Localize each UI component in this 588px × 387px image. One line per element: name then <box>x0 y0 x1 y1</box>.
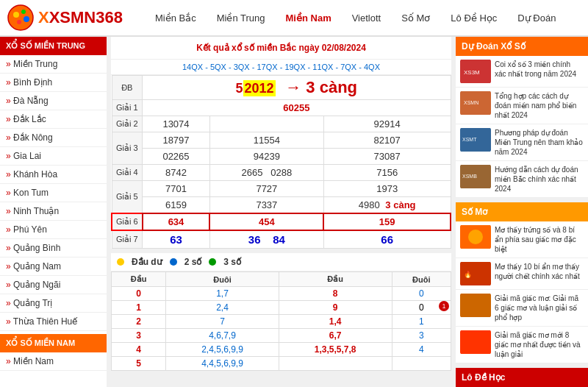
table-row-g3b: 02265 94239 73087 <box>112 149 451 165</box>
prize-g3-5: 94239 <box>209 149 323 165</box>
nav-mien-nam[interactable]: Miền Nam <box>276 7 342 29</box>
db-arrow: → 3 càng <box>285 78 357 96</box>
sidebar-item-kon-tum[interactable]: Kon Tum <box>0 184 107 202</box>
stats-row-5: 5 4,4,5,6,9,9 <box>112 357 451 371</box>
prize-g4-1: 8742 <box>143 165 210 181</box>
du-doan-item-2[interactable]: XSMT Phương pháp dự đoán Miền Trung nên … <box>456 124 588 161</box>
main-layout: XỔ SỐ MIỀN TRUNG Miền Trung Bình Định Đà… <box>0 37 588 387</box>
so-mo-item-0[interactable]: Mơ thấy trứng số và 8 bí ẩn phía sau giấ… <box>456 221 588 258</box>
sidebar-item-binh-dinh[interactable]: Bình Định <box>0 74 107 92</box>
prize-g2-2 <box>209 116 323 132</box>
prize-g5-6-cell: 4980 3 càng <box>323 197 451 214</box>
db-number: 52012 <box>236 80 276 96</box>
so-mo-img-1: 🔥 <box>460 262 491 285</box>
sidebar-item-thua-thien-hue[interactable]: Thừa Thiên Huế <box>0 313 107 331</box>
table-row-g4: Giải 4 8742 2665 0288 7156 <box>112 165 451 181</box>
left-sidebar: XỔ SỐ MIỀN TRUNG Miền Trung Bình Định Đà… <box>0 37 107 387</box>
stats-row-4: 4 2,4,5,6,9,9 1,3,5,5,7,8 4 <box>112 343 451 357</box>
so-mo-item-3[interactable]: Giải mã giấc mơ mới 8 giấc mơ nhất được … <box>456 327 588 363</box>
nav-mien-trung[interactable]: Miền Trung <box>207 7 276 29</box>
prize-g5-2: 7727 <box>209 181 323 197</box>
stats-duoi2-4: 4 <box>392 343 451 357</box>
svg-text:XSMN: XSMN <box>464 100 478 105</box>
sidebar-item-khanh-hoa[interactable]: Khánh Hòa <box>0 166 107 184</box>
prize-g6-1: 634 <box>143 213 210 230</box>
stats-row-2: 2 7 1,4 1 <box>112 315 451 329</box>
stats-row-0: 0 1,7 8 0 <box>112 287 451 301</box>
du-doan-item-3[interactable]: XSMB Hướng dẫn cách dự đoán miền Bắc chí… <box>456 161 588 198</box>
sidebar-item-gia-lai[interactable]: Gia Lai <box>0 147 107 166</box>
stats-dau-3: 3 <box>112 329 166 343</box>
prize-g3-6: 73087 <box>323 149 451 165</box>
prize-label-g7: Giải 7 <box>112 230 143 249</box>
sidebar-item-dak-nong[interactable]: Đắk Nông <box>0 129 107 147</box>
nav-du-doan[interactable]: Dự Đoán <box>507 7 566 29</box>
du-doan-item-1[interactable]: XSMN Tổng hợp các cách dự đoán miền nam … <box>456 88 588 124</box>
stats-area: Đầu dư 2 số 3 số Đầu Đuôi Đầu Đuôi <box>111 253 451 371</box>
nav-lo-de-hoc[interactable]: Lô Đề Học <box>440 7 507 29</box>
prize-g4-3: 7156 <box>323 165 451 181</box>
sidebar-mien-trung-title: XỔ SỐ MIỀN TRUNG <box>0 37 107 55</box>
table-row-db: ĐB 52012 → 3 càng <box>112 76 451 100</box>
du-doan-img-2: XSMT <box>460 128 491 152</box>
stats-duoi-3: 4,6,7,9 <box>166 329 279 343</box>
du-doan-item-0[interactable]: XS3M Coi xổ số 3 miền chính xác nhất tro… <box>456 56 588 88</box>
results-sub-header: 14QX - 5QX - 3QX - 17QX - 19QX - 11QX - … <box>111 60 451 75</box>
stats-dau2-5 <box>279 357 392 371</box>
prize-label-db: ĐB <box>112 76 143 100</box>
prize-g3-4: 02265 <box>143 149 210 165</box>
db-highlight: 2012 <box>243 80 276 96</box>
so-mo-text-0: Mơ thấy trứng số và 8 bí ẩn phía sau giấ… <box>495 225 584 254</box>
sidebar-item-quang-tri[interactable]: Quảng Trị <box>0 294 107 313</box>
du-doan-section: Dự Đoán Xổ Số XS3M Coi xổ số 3 miền chín… <box>456 37 588 198</box>
nav-so-mo[interactable]: Số Mơ <box>391 7 440 29</box>
nav-vietlott[interactable]: Vietlott <box>342 7 392 29</box>
prize-g7-2: 36 84 <box>209 230 323 249</box>
so-mo-item-1[interactable]: 🔥 Mơ thấy 10 bí ẩn mơ thấy người chết ch… <box>456 258 588 290</box>
sidebar-item-mien-trung[interactable]: Miền Trung <box>0 55 107 74</box>
sidebar-item-ninh-thuan[interactable]: Ninh Thuận <box>0 202 107 221</box>
table-row-g2: Giải 2 13074 92914 <box>112 116 451 132</box>
sidebar-mien-nam-title: XỔ SỐ MIỀN NAM <box>0 334 107 352</box>
dot-yellow <box>117 258 124 266</box>
stats-duoi-0: 1,7 <box>166 287 279 301</box>
sidebar-item-phu-yen[interactable]: Phú Yên <box>0 221 107 239</box>
sidebar-item-dak-lac[interactable]: Đắk Lắc <box>0 110 107 129</box>
stats-header-row: Đầu Đuôi Đầu Đuôi <box>112 272 451 287</box>
table-row-g7: Giải 7 63 36 84 66 <box>112 230 451 249</box>
so-mo-text-3: Giải mã giấc mơ mới 8 giấc mơ nhất được … <box>495 330 584 359</box>
sidebar-item-quang-binh[interactable]: Quảng Bình <box>0 239 107 258</box>
so-mo-item-2[interactable]: Giải mã giấc mơ: Giải mã 6 giấc mơ và lu… <box>456 290 588 327</box>
stats-label-dau-du: Đầu dư <box>132 257 162 267</box>
stats-row-3: 3 4,6,7,9 6,7 3 <box>112 329 451 343</box>
sidebar-item-da-nang[interactable]: Đà Nẵng <box>0 92 107 110</box>
svg-text:XSMT: XSMT <box>462 137 477 142</box>
results-header-link[interactable]: Kết quả xổ số miền Bắc ngày 02/08/2024 <box>196 43 366 53</box>
prize-g3-1: 18797 <box>143 132 210 149</box>
results-header: Kết quả xổ số miền Bắc ngày 02/08/2024 <box>111 37 451 60</box>
sidebar-item-mien-nam[interactable]: Miền Nam <box>0 352 107 371</box>
logo[interactable]: XXSMN368 <box>7 4 123 31</box>
stats-dau-5: 5 <box>112 357 166 371</box>
prize-g2-3: 92914 <box>323 116 451 132</box>
prize-label-g4: Giải 4 <box>112 165 143 181</box>
stats-dau2-0: 8 <box>279 287 392 301</box>
logo-icon <box>7 4 34 31</box>
sidebar-item-quang-ngai[interactable]: Quảng Ngãi <box>0 276 107 294</box>
badge-1: 1 <box>439 301 449 311</box>
results-area: Kết quả xổ số miền Bắc ngày 02/08/2024 1… <box>111 37 451 249</box>
center-content: Kết quả xổ số miền Bắc ngày 02/08/2024 1… <box>107 37 456 387</box>
prize-db-numbers: 52012 → 3 càng <box>143 76 451 100</box>
nav-mien-bac[interactable]: Miền Bắc <box>145 7 207 29</box>
prize-label-g6: Giải 6 <box>112 213 143 230</box>
stats-col-duoi2: Đuôi <box>392 272 451 287</box>
du-doan-text-0: Coi xổ số 3 miền chính xác nhất trong nă… <box>495 60 584 79</box>
prize-g1-numbers: 60255 <box>143 100 451 116</box>
prize-g2-1: 13074 <box>143 116 210 132</box>
du-doan-text-1: Tổng hợp các cách dự đoán miền nam phổ b… <box>495 91 584 120</box>
sidebar-item-quang-nam[interactable]: Quảng Nam <box>0 258 107 276</box>
svg-point-4 <box>17 20 21 24</box>
table-row-g3a: Giải 3 18797 11554 82107 <box>112 132 451 149</box>
prize-label-g3: Giải 3 <box>112 132 143 165</box>
prize-g5-6: 4980 <box>359 199 380 210</box>
